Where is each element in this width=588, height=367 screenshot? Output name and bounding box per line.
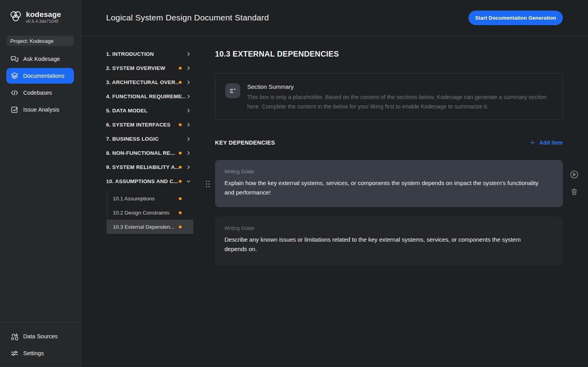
sidebar-item-settings[interactable]: Settings bbox=[6, 345, 74, 361]
writing-guide-label: Writing Guide bbox=[224, 169, 553, 174]
key-dependencies-title: KEY DEPENDENCIES bbox=[215, 139, 275, 146]
plus-icon bbox=[529, 139, 536, 146]
toc-item-system-overview[interactable]: 2. SYSTEM OVERVIEW bbox=[100, 61, 193, 75]
sidebar-item-label: Ask Kodesage bbox=[23, 56, 60, 62]
sidebar-nav: Ask Kodesage Documentations bbox=[0, 51, 81, 119]
toc-subitem-assumptions[interactable]: 10.1 Assumptions bbox=[107, 191, 193, 206]
page-header: Logical System Design Document Standard … bbox=[81, 0, 588, 36]
warning-dot bbox=[179, 197, 182, 200]
chevron-right-icon bbox=[186, 94, 191, 99]
writing-guide-text[interactable]: Describe any known issues or limitations… bbox=[224, 235, 544, 254]
drag-handle[interactable] bbox=[206, 180, 210, 189]
toc-item-non-functional-requirements[interactable]: 8. NON-FUNCTIONAL RE... bbox=[100, 146, 193, 160]
warning-dot bbox=[179, 180, 182, 183]
toc-item-functional-requirements[interactable]: 4. FUNCTIONAL REQUIREME... bbox=[100, 89, 193, 103]
toc-item-label: 9. SYSTEM RELIABILITY A... bbox=[106, 164, 179, 170]
section-summary-placeholder: Section Summary This box is only a place… bbox=[215, 73, 563, 120]
toc-item-system-interfaces[interactable]: 6. SYSTEM INTERFACES bbox=[100, 117, 193, 132]
brand-name: kodesage bbox=[26, 10, 61, 19]
sidebar-item-label: Codebases bbox=[23, 90, 52, 96]
sidebar-item-ask-kodesage[interactable]: Ask Kodesage bbox=[6, 51, 74, 67]
sidebar-item-documentations[interactable]: Documentations bbox=[6, 68, 74, 84]
sidebar-item-label: Data Sources bbox=[23, 333, 58, 339]
toc-subitem-external-dependencies[interactable]: 10.3 External Dependen... bbox=[107, 220, 193, 234]
summarize-icon bbox=[225, 83, 240, 98]
add-item-label: Add item bbox=[539, 139, 563, 146]
sidebar-item-label: Issue Analysis bbox=[23, 106, 59, 113]
warning-dot bbox=[179, 81, 182, 84]
writing-guide-text[interactable]: Explain how the key external systems, se… bbox=[224, 178, 544, 197]
chat-bubbles-icon bbox=[10, 55, 19, 63]
kodesage-logo-icon bbox=[9, 9, 23, 24]
toc-item-label: 8. NON-FUNCTIONAL RE... bbox=[106, 150, 179, 156]
toc-item-label: 7. BUSINESS LOGIC bbox=[106, 136, 186, 142]
project-selector[interactable]: Project: Kodesage bbox=[6, 36, 74, 46]
document-outline: 1. INTRODUCTION 2. SYSTEM OVERVIEW 3. AR… bbox=[100, 47, 193, 234]
toc-item-label: 1. INTRODUCTION bbox=[106, 51, 186, 57]
warning-dot bbox=[179, 211, 182, 214]
start-documentation-generation-button[interactable]: Start Documentation Generation bbox=[469, 11, 563, 25]
toc-item-label: 3. ARCHITECTURAL OVER... bbox=[106, 79, 179, 85]
brand-version: v0.5.4.3de71040 bbox=[26, 19, 61, 24]
code-icon bbox=[10, 88, 19, 97]
chevron-right-icon bbox=[186, 150, 191, 156]
page-title: Logical System Design Document Standard bbox=[106, 13, 269, 22]
sidebar-item-codebases[interactable]: Codebases bbox=[6, 85, 74, 101]
project-label: Project: Kodesage bbox=[10, 38, 53, 44]
writing-guide-label: Writing Guide bbox=[224, 226, 553, 231]
chevron-down-icon bbox=[186, 178, 191, 184]
summary-title: Section Summary bbox=[247, 83, 551, 90]
writing-guide-card-1[interactable]: Writing Guide Explain how the key extern… bbox=[215, 160, 563, 207]
key-dependencies-header-row: KEY DEPENDENCIES Add item bbox=[215, 137, 563, 148]
toc-item-system-reliability[interactable]: 9. SYSTEM RELIABILITY A... bbox=[100, 160, 193, 174]
sidebar-footer: Data Sources Settings bbox=[0, 322, 81, 367]
sidebar-item-data-sources[interactable]: Data Sources bbox=[6, 328, 74, 345]
toc-subsection-list: 10.1 Assumptions 10.2 Design Constraints… bbox=[100, 191, 193, 234]
warning-dot bbox=[179, 123, 182, 126]
sliders-icon bbox=[10, 349, 19, 358]
toc-item-label: 2. SYSTEM OVERVIEW bbox=[106, 65, 179, 71]
toc-item-introduction[interactable]: 1. INTRODUCTION bbox=[100, 47, 193, 61]
brand: kodesage v0.5.4.3de71040 bbox=[9, 9, 61, 24]
toc-item-architectural-overview[interactable]: 3. ARCHITECTURAL OVER... bbox=[100, 75, 193, 89]
toc-item-label: 6. SYSTEM INTERFACES bbox=[106, 122, 179, 128]
delete-item-button[interactable] bbox=[569, 187, 579, 197]
warning-dot bbox=[179, 152, 182, 154]
writing-guide-card-2[interactable]: Writing Guide Describe any known issues … bbox=[215, 217, 563, 266]
checkbox-check-icon bbox=[10, 105, 19, 114]
toc-item-label: 10. ASSUMPTIONS AND C... bbox=[106, 178, 179, 184]
summary-placeholder-text: This box is only a placeholder. Based on… bbox=[247, 93, 551, 111]
sidebar: kodesage v0.5.4.3de71040 Project: Kodesa… bbox=[0, 0, 81, 367]
chevron-right-icon bbox=[186, 136, 191, 141]
chevron-right-icon bbox=[186, 122, 191, 127]
play-circle-button[interactable] bbox=[569, 169, 579, 180]
chevron-right-icon bbox=[186, 108, 191, 113]
toc-item-assumptions-and-constraints[interactable]: 10. ASSUMPTIONS AND C... bbox=[100, 174, 193, 188]
app-window: kodesage v0.5.4.3de71040 Project: Kodesa… bbox=[0, 0, 588, 367]
warning-dot bbox=[179, 166, 182, 169]
sidebar-item-label: Settings bbox=[23, 350, 44, 356]
sidebar-item-issue-analysis[interactable]: Issue Analysis bbox=[6, 102, 74, 117]
toc-subitem-label: 10.1 Assumptions bbox=[113, 196, 179, 202]
warning-dot bbox=[179, 67, 182, 70]
chevron-right-icon bbox=[186, 164, 191, 170]
shapes-icon bbox=[10, 332, 19, 341]
toc-subitem-design-constraints[interactable]: 10.2 Design Constraints bbox=[107, 206, 193, 220]
toc-item-data-model[interactable]: 5. DATA MODEL bbox=[100, 103, 193, 117]
toc-item-label: 5. DATA MODEL bbox=[106, 108, 186, 114]
add-item-button[interactable]: Add item bbox=[529, 139, 563, 146]
toc-subitem-label: 10.2 Design Constraints bbox=[113, 210, 179, 216]
card-action-rail bbox=[569, 169, 579, 197]
warning-dot bbox=[179, 226, 182, 228]
layers-icon bbox=[10, 72, 19, 80]
toc-subitem-label: 10.3 External Dependen... bbox=[113, 224, 179, 230]
chevron-right-icon bbox=[186, 79, 191, 85]
chevron-right-icon bbox=[186, 51, 191, 57]
toc-item-label: 4. FUNCTIONAL REQUIREME... bbox=[106, 94, 186, 99]
chevron-right-icon bbox=[186, 65, 191, 71]
sidebar-item-label: Documentations bbox=[23, 73, 64, 79]
toc-item-business-logic[interactable]: 7. BUSINESS LOGIC bbox=[100, 132, 193, 146]
section-heading: 10.3 EXTERNAL DEPENDENCIES bbox=[215, 50, 339, 59]
